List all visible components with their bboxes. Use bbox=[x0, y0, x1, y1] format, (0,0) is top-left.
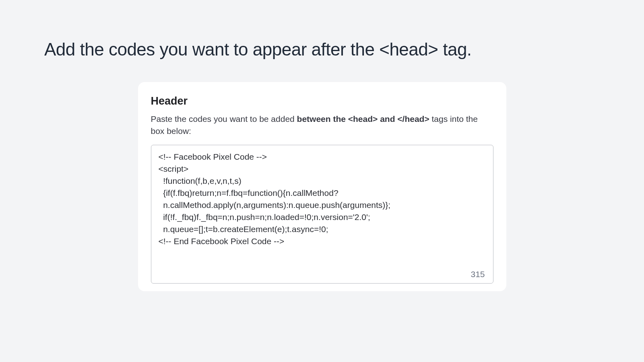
desc-bold: between the <head> and </head> bbox=[297, 114, 429, 123]
body-section-heading: Body bbox=[151, 291, 493, 291]
header-section-heading: Header bbox=[151, 95, 493, 107]
header-code-box: 315 bbox=[151, 145, 493, 284]
header-char-count: 315 bbox=[471, 269, 485, 279]
page-title: Add the codes you want to appear after t… bbox=[0, 0, 644, 60]
settings-card: Header Paste the codes you want to be ad… bbox=[138, 82, 506, 291]
desc-prefix: Paste the codes you want to be added bbox=[151, 114, 297, 123]
header-section-description: Paste the codes you want to be added bet… bbox=[151, 113, 493, 138]
header-code-textarea[interactable] bbox=[151, 145, 493, 283]
